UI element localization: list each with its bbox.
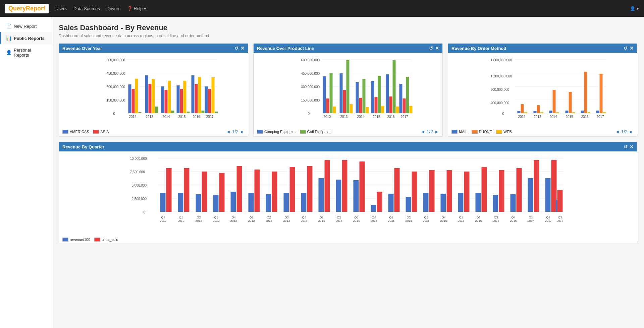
nav-links: Users Data Sources Drivers ❓ Help ▾ (55, 4, 146, 13)
settings-btn-order[interactable]: ✕ (630, 46, 634, 51)
legend-label-americas: AMERICAS (70, 130, 89, 134)
svg-rect-65 (371, 81, 374, 113)
svg-text:Q4: Q4 (302, 216, 306, 219)
svg-rect-91 (521, 104, 524, 113)
refresh-btn-year[interactable]: ↺ (234, 46, 238, 51)
svg-text:2012: 2012 (177, 219, 184, 222)
legend-next-order[interactable]: ► (629, 129, 634, 134)
chart-header-order: Revenue By Order Method ↺ ✕ (448, 44, 637, 53)
svg-text:2012: 2012 (129, 115, 137, 119)
svg-text:2014: 2014 (162, 115, 170, 119)
chart-revenue-over-year: Revenue Over Year ↺ ✕ 600,000,000 450,00… (59, 43, 248, 137)
svg-rect-193 (464, 172, 470, 212)
settings-btn-quarter[interactable]: ✕ (630, 144, 634, 149)
chart-legend-product: Camping Equipm... Golf Equipment ◄ 1/2 ► (254, 128, 442, 136)
svg-text:2013: 2013 (265, 219, 272, 222)
nav-user-menu[interactable]: 👤 ▾ (630, 6, 639, 11)
svg-rect-208 (528, 178, 533, 212)
sidebar-item-personal-reports[interactable]: 👤 Personal Reports (0, 44, 52, 61)
legend-camping: Camping Equipm... (257, 130, 296, 134)
svg-rect-102 (566, 111, 569, 113)
svg-text:2014: 2014 (357, 115, 365, 119)
svg-text:2015: 2015 (440, 219, 447, 222)
settings-btn-year[interactable]: ✕ (240, 46, 245, 51)
svg-text:2013: 2013 (534, 115, 541, 119)
svg-text:2013: 2013 (301, 219, 307, 222)
refresh-btn-product[interactable]: ↺ (429, 46, 433, 51)
top-nav: QueryReport Users Data Sources Drivers ❓… (0, 0, 644, 17)
svg-text:2012: 2012 (518, 115, 526, 119)
legend-prev-order[interactable]: ◄ (615, 129, 620, 134)
svg-rect-110 (596, 111, 599, 113)
svg-rect-58 (350, 104, 353, 113)
legend-next-product[interactable]: ► (434, 129, 439, 134)
svg-rect-136 (213, 195, 219, 212)
svg-text:2012: 2012 (160, 219, 166, 222)
svg-text:2012: 2012 (230, 219, 237, 222)
svg-rect-33 (202, 111, 205, 113)
legend-color-camping (257, 130, 263, 134)
svg-text:Q1: Q1 (529, 216, 533, 219)
legend-page-product: 1/2 (427, 129, 433, 134)
legend-golf: Golf Equipment (300, 130, 333, 134)
svg-rect-141 (237, 166, 242, 212)
svg-rect-11 (132, 89, 135, 113)
legend-asia: ASIA (93, 130, 109, 134)
svg-rect-28 (187, 112, 190, 113)
svg-rect-112 (603, 112, 606, 113)
legend-label-mail: MAIL (459, 130, 468, 134)
refresh-btn-order[interactable]: ↺ (624, 46, 628, 51)
brand-logo[interactable]: QueryReport (5, 4, 49, 13)
svg-text:5,000,000: 5,000,000 (132, 184, 147, 187)
svg-rect-181 (412, 172, 417, 212)
chart-legend-order: MAIL PHONE WEB ◄ 1/2 ► (448, 128, 637, 136)
svg-text:0: 0 (308, 112, 310, 116)
chart-body-product: 600,000,000 450,000,000 300,000,000 150,… (254, 53, 442, 128)
svg-rect-32 (198, 77, 201, 113)
chart-title-order: Revenue By Order Method (451, 46, 506, 51)
legend-web: WEB (496, 130, 512, 134)
svg-rect-189 (447, 170, 452, 212)
svg-rect-38 (215, 112, 218, 113)
sidebar-item-new-report[interactable]: 📄 New Report (0, 20, 52, 32)
sidebar-label-public-reports: Public Reports (14, 36, 45, 41)
svg-text:600,000,000: 600,000,000 (301, 58, 320, 62)
svg-text:2017: 2017 (527, 219, 534, 222)
svg-rect-106 (581, 111, 584, 113)
chart-revenue-quarter: Revenue By Quarter ↺ ✕ 10,000,000 7,500,… (59, 142, 637, 244)
svg-rect-13 (139, 112, 142, 113)
svg-rect-218 (557, 190, 563, 212)
nav-help[interactable]: ❓ Help ▾ (127, 4, 146, 13)
svg-rect-148 (266, 194, 271, 212)
svg-text:2017: 2017 (545, 219, 551, 222)
legend-nav-order: ◄ 1/2 ► (615, 129, 634, 134)
nav-drivers[interactable]: Drivers (107, 4, 120, 13)
refresh-btn-quarter[interactable]: ↺ (624, 144, 628, 149)
svg-rect-192 (458, 193, 464, 212)
legend-units-sold: uints_sold (94, 238, 118, 242)
svg-rect-128 (178, 193, 183, 212)
svg-rect-164 (336, 180, 341, 212)
sidebar-item-public-reports[interactable]: 📊 Public Reports (0, 32, 52, 44)
svg-text:Q1: Q1 (249, 216, 253, 219)
svg-text:Q2: Q2 (407, 216, 411, 219)
nav-datasources[interactable]: Data Sources (73, 4, 100, 13)
brand-query: Query (8, 5, 26, 12)
legend-next-year[interactable]: ► (240, 129, 245, 134)
legend-color-americas (62, 130, 68, 134)
legend-label-revenue100: revenue/100 (70, 238, 90, 242)
svg-text:2016: 2016 (475, 219, 482, 222)
svg-rect-36 (208, 89, 211, 113)
legend-prev-product[interactable]: ◄ (421, 129, 425, 134)
settings-btn-product[interactable]: ✕ (435, 46, 439, 51)
svg-rect-35 (205, 86, 208, 113)
nav-users[interactable]: Users (55, 4, 67, 13)
svg-text:Q2: Q2 (546, 216, 550, 219)
svg-rect-55 (340, 73, 343, 113)
svg-rect-50 (323, 76, 326, 113)
legend-revenue100: revenue/100 (62, 238, 90, 242)
legend-prev-year[interactable]: ◄ (226, 129, 231, 134)
sidebar: 📄 New Report 📊 Public Reports 👤 Personal… (0, 17, 52, 328)
svg-text:2012: 2012 (213, 219, 219, 222)
svg-rect-169 (360, 161, 365, 212)
